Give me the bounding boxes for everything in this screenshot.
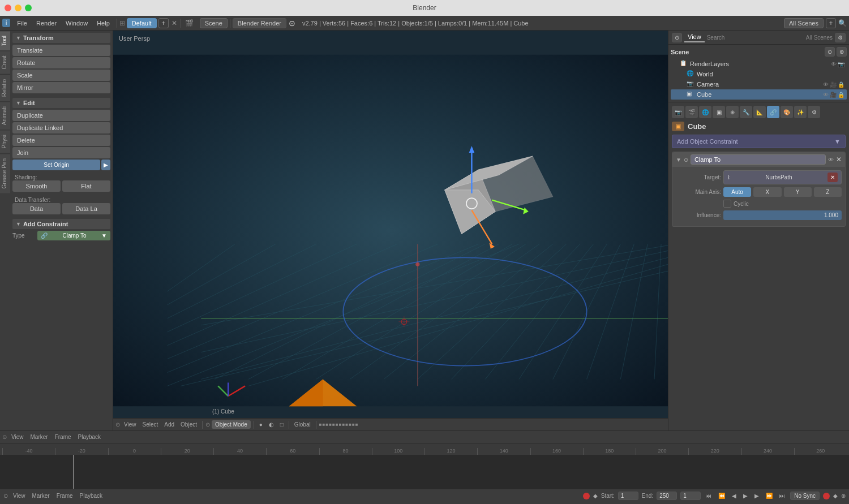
all-scenes-btn[interactable]: All Scenes bbox=[784, 18, 824, 28]
add-constraint-btn[interactable]: Add Object Constraint ▼ bbox=[672, 135, 846, 148]
outliner-cube[interactable]: ▣ Cube 👁 🎥 🔒 bbox=[671, 89, 847, 100]
render-engine-select[interactable]: Blender Render bbox=[233, 18, 286, 28]
tab-physi[interactable]: Physi bbox=[0, 130, 10, 153]
constraint-name-input[interactable] bbox=[691, 154, 826, 165]
constraint-delete-btn[interactable]: ✕ bbox=[836, 156, 842, 163]
scene-button[interactable]: Scene bbox=[200, 18, 228, 28]
prop-object-icon[interactable]: ▣ bbox=[713, 106, 725, 118]
scale-button[interactable]: Scale bbox=[12, 70, 110, 81]
menu-file[interactable]: File bbox=[12, 19, 32, 28]
audio-btn[interactable] bbox=[823, 493, 830, 499]
tl-marker2[interactable]: Marker bbox=[31, 492, 52, 500]
viewport-wire-icon[interactable]: □ bbox=[278, 421, 286, 428]
minimize-button[interactable] bbox=[15, 5, 22, 11]
edit-header[interactable]: ▼ Edit bbox=[12, 98, 110, 108]
influence-bar[interactable]: 1.000 bbox=[723, 210, 842, 220]
axis-auto-btn[interactable]: Auto bbox=[723, 187, 751, 197]
view-tab[interactable]: View bbox=[684, 32, 705, 42]
cube-lock[interactable]: 🔒 bbox=[838, 92, 844, 98]
cube-eye[interactable]: 👁 bbox=[823, 92, 829, 98]
menu-window[interactable]: Window bbox=[61, 19, 92, 28]
next-key-btn[interactable]: ▶ bbox=[753, 492, 761, 500]
outliner-action-1[interactable]: ⊙ bbox=[825, 47, 835, 57]
prop-scene-icon[interactable]: 🎬 bbox=[685, 106, 698, 118]
outliner-action-2[interactable]: ⊕ bbox=[837, 47, 847, 57]
outliner-camera[interactable]: 📷 Camera 👁 🎥 🔒 bbox=[671, 79, 847, 89]
tl-frame-menu[interactable]: Frame bbox=[53, 433, 74, 441]
maximize-button[interactable] bbox=[25, 5, 32, 11]
cyclic-checkbox[interactable] bbox=[723, 200, 731, 208]
audio2-icon[interactable]: ◆ bbox=[833, 493, 838, 499]
current-frame-input[interactable] bbox=[680, 492, 701, 500]
camera-render[interactable]: 🎥 bbox=[830, 81, 837, 88]
tl-playback2[interactable]: Playback bbox=[78, 492, 105, 500]
axis-x-btn[interactable]: X bbox=[753, 187, 781, 197]
start-input[interactable] bbox=[618, 492, 638, 500]
add-constraint-header[interactable]: ▼ Add Constraint bbox=[12, 219, 110, 229]
prev-key-btn[interactable]: ◀ bbox=[730, 492, 738, 500]
camera-icon[interactable]: 📷 bbox=[838, 61, 844, 67]
tl-view2[interactable]: View bbox=[11, 492, 27, 500]
viewport-canvas[interactable] bbox=[113, 31, 668, 430]
tab-tool[interactable]: Tool bbox=[0, 31, 10, 50]
set-origin-button[interactable]: Set Origin bbox=[12, 160, 100, 170]
camera-lock[interactable]: 🔒 bbox=[838, 81, 844, 88]
viewport-object-menu[interactable]: Object bbox=[178, 421, 199, 428]
prop-bone-icon[interactable]: 🔗 bbox=[767, 106, 779, 118]
global-btn[interactable]: Global bbox=[292, 421, 313, 428]
outliner-world[interactable]: 🌐 World bbox=[671, 69, 847, 79]
viewport-view-menu[interactable]: View bbox=[122, 421, 139, 428]
tl-marker-menu[interactable]: Marker bbox=[28, 433, 50, 441]
target-clear-btn[interactable]: ✕ bbox=[827, 173, 838, 182]
close-button[interactable] bbox=[5, 5, 11, 11]
workspace-close-btn[interactable]: ✕ bbox=[170, 19, 178, 27]
data-button[interactable]: Data bbox=[12, 203, 61, 214]
outliner-icon[interactable]: ⊙ bbox=[672, 33, 682, 42]
set-origin-arrow-btn[interactable]: ▶ bbox=[101, 160, 110, 170]
keyframe-icon[interactable]: ◆ bbox=[593, 493, 598, 499]
tl-view-menu[interactable]: View bbox=[9, 433, 26, 441]
viewport-render-icon[interactable]: ● bbox=[257, 421, 265, 428]
sync-btn[interactable]: No Sync bbox=[790, 492, 820, 500]
info-button[interactable]: i bbox=[2, 19, 10, 27]
prev-frame-btn[interactable]: ⏪ bbox=[717, 492, 727, 500]
prop-physics-icon[interactable]: ⚙ bbox=[808, 106, 820, 118]
play-btn[interactable]: ▶ bbox=[741, 492, 749, 500]
mirror-button[interactable]: Mirror bbox=[12, 82, 110, 93]
join-button[interactable]: Join bbox=[12, 147, 110, 158]
camera-eye[interactable]: 👁 bbox=[823, 81, 829, 88]
duplicate-button[interactable]: Duplicate bbox=[12, 110, 110, 121]
end-input[interactable] bbox=[657, 492, 677, 500]
prop-render-icon[interactable]: 📷 bbox=[672, 106, 684, 118]
record-btn[interactable] bbox=[583, 493, 590, 499]
prop-modifier-icon[interactable]: 🔧 bbox=[740, 106, 752, 118]
axis-z-btn[interactable]: Z bbox=[814, 187, 842, 197]
tab-relatio[interactable]: Relatio bbox=[0, 74, 10, 101]
translate-button[interactable]: Translate bbox=[12, 45, 110, 56]
viewport-solid-icon[interactable]: ◐ bbox=[267, 421, 276, 428]
outliner-renderlayers[interactable]: 📋 RenderLayers 👁 📷 bbox=[671, 59, 847, 69]
audio3-icon[interactable]: ⊕ bbox=[841, 493, 846, 499]
timeline-tracks[interactable] bbox=[0, 455, 849, 489]
prop-data-icon[interactable]: 📐 bbox=[753, 106, 766, 118]
jump-start-btn[interactable]: ⏮ bbox=[704, 492, 713, 500]
prop-material-icon[interactable]: 🎨 bbox=[781, 106, 793, 118]
cube-render[interactable]: 🎥 bbox=[830, 92, 837, 98]
all-scenes-add[interactable]: + bbox=[826, 18, 836, 28]
viewport-select-menu[interactable]: Select bbox=[140, 421, 161, 428]
constraint-collapse[interactable]: ▼ bbox=[676, 157, 681, 163]
duplicate-linked-button[interactable]: Duplicate Linked bbox=[12, 122, 110, 133]
workspace-default-btn[interactable]: Default bbox=[127, 18, 157, 28]
jump-end-btn[interactable]: ⏭ bbox=[778, 492, 787, 500]
constraint-eye-icon[interactable]: 👁 bbox=[828, 157, 834, 163]
axis-y-btn[interactable]: Y bbox=[784, 187, 812, 197]
smooth-button[interactable]: Smooth bbox=[12, 180, 61, 192]
search-icon[interactable]: 🔍 bbox=[838, 19, 847, 27]
flat-button[interactable]: Flat bbox=[62, 180, 110, 192]
menu-render[interactable]: Render bbox=[32, 19, 61, 28]
workspace-add-btn[interactable]: + bbox=[158, 18, 169, 28]
menu-help[interactable]: Help bbox=[92, 19, 114, 28]
transform-header[interactable]: ▼ Transform bbox=[12, 33, 110, 43]
prop-particle-icon[interactable]: ✨ bbox=[794, 106, 807, 118]
eye-icon[interactable]: 👁 bbox=[831, 61, 837, 67]
